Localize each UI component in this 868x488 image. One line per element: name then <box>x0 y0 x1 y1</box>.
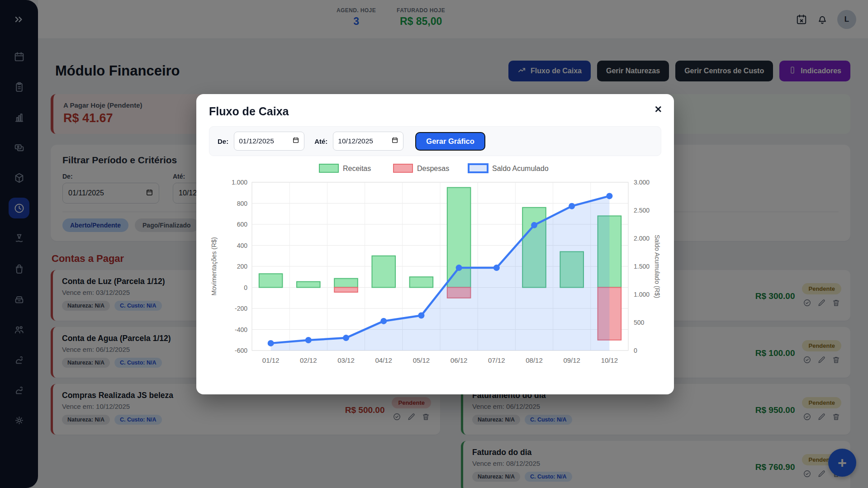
svg-text:08/12: 08/12 <box>526 356 543 364</box>
svg-text:3.000: 3.000 <box>634 179 650 186</box>
fluxo-de-caixa-modal: Fluxo de Caixa ✕ De: 01/12/2025 Até: 10/… <box>196 94 674 394</box>
date-value: 01/12/2025 <box>239 137 274 145</box>
svg-text:-400: -400 <box>235 326 247 333</box>
svg-text:600: 600 <box>237 221 248 228</box>
svg-text:1.000: 1.000 <box>634 291 650 298</box>
modal-title: Fluxo de Caixa <box>209 105 661 118</box>
calendar-picker-icon[interactable] <box>391 137 398 146</box>
svg-text:200: 200 <box>237 263 248 270</box>
svg-text:Saldo Acumulado: Saldo Acumulado <box>492 165 549 172</box>
svg-text:500: 500 <box>634 319 645 326</box>
modal-date-from-label: De: <box>218 137 228 145</box>
svg-text:800: 800 <box>237 200 248 207</box>
svg-text:10/12: 10/12 <box>601 356 618 364</box>
close-icon[interactable]: ✕ <box>654 104 662 115</box>
svg-text:400: 400 <box>237 242 248 249</box>
svg-text:06/12: 06/12 <box>451 356 468 364</box>
gerar-grafico-button[interactable]: Gerar Gráfico <box>415 132 485 151</box>
svg-text:04/12: 04/12 <box>375 356 392 364</box>
svg-text:Receitas: Receitas <box>343 165 371 172</box>
modal-date-to-input[interactable]: 10/12/2025 <box>333 132 403 151</box>
svg-text:02/12: 02/12 <box>300 356 317 364</box>
modal-date-from-input[interactable]: 01/12/2025 <box>234 132 304 151</box>
svg-text:Despesas: Despesas <box>417 165 449 172</box>
svg-text:2.500: 2.500 <box>634 207 650 214</box>
svg-text:05/12: 05/12 <box>413 356 430 364</box>
svg-text:2.000: 2.000 <box>634 235 650 242</box>
svg-text:Movimentações (R$): Movimentações (R$) <box>210 237 218 295</box>
svg-text:0: 0 <box>634 347 637 354</box>
svg-text:09/12: 09/12 <box>563 356 580 364</box>
svg-text:Saldo Acumulado (R$): Saldo Acumulado (R$) <box>654 235 660 298</box>
cashflow-chart: 1.0008006004002000-200-400-6003.0002.500… <box>209 161 661 375</box>
date-value: 10/12/2025 <box>338 137 373 145</box>
calendar-picker-icon[interactable] <box>292 137 299 146</box>
chart-filter-bar: De: 01/12/2025 Até: 10/12/2025 Gerar Grá… <box>209 126 661 156</box>
svg-text:-600: -600 <box>235 347 247 354</box>
svg-text:1.000: 1.000 <box>232 179 247 186</box>
svg-text:-200: -200 <box>235 305 247 312</box>
chart-canvas: 1.0008006004002000-200-400-6003.0002.500… <box>209 161 660 373</box>
svg-text:03/12: 03/12 <box>337 356 355 364</box>
svg-text:01/12: 01/12 <box>262 356 280 364</box>
modal-date-to-label: Até: <box>314 137 327 145</box>
svg-text:0: 0 <box>244 284 247 291</box>
svg-text:07/12: 07/12 <box>488 356 505 364</box>
svg-text:1.500: 1.500 <box>634 263 650 270</box>
